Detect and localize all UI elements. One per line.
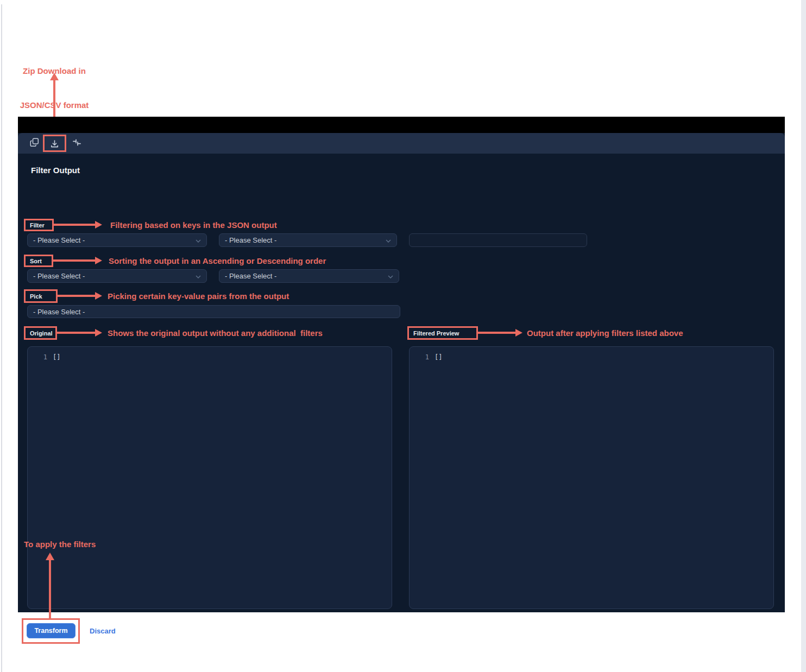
select-value: - Please Select -: [33, 236, 85, 244]
toolbar: [18, 133, 785, 154]
arrowhead-up: [46, 553, 54, 560]
original-code-editor[interactable]: 1 []: [27, 346, 392, 609]
page-left-border: [1, 4, 2, 672]
arrowhead-up: [50, 73, 59, 80]
annotation-filter: Filtering based on keys in the JSON outp…: [110, 219, 277, 231]
window-titlebar: [18, 117, 785, 133]
download-button[interactable]: [48, 135, 61, 155]
filter-key-select[interactable]: - Please Select -: [27, 233, 207, 247]
filter-output-panel: Filter Output Filter Filtering based on …: [18, 154, 785, 612]
collapse-icon: [72, 138, 81, 149]
annotation-pick: Picking certain key-value pairs from the…: [108, 289, 289, 303]
filter-value-input[interactable]: [409, 233, 587, 247]
arrow-line: [58, 295, 95, 297]
original-label: Original: [30, 330, 53, 337]
collapse-button[interactable]: [70, 133, 83, 154]
annotation-box-filter: Filter: [24, 219, 54, 231]
filter-label: Filter: [30, 222, 45, 229]
arrow-line: [478, 332, 515, 334]
arrowhead-right: [95, 329, 102, 337]
annotation-box-filtered-preview: Filtered Preview: [407, 326, 478, 340]
filtered-preview-label: Filtered Preview: [413, 330, 459, 337]
arrowhead-right: [95, 221, 102, 229]
arrowhead-right: [515, 329, 522, 337]
annotation-filtered-preview: Output after applying filters listed abo…: [527, 326, 683, 340]
code-line: 1 []: [410, 347, 773, 361]
annotation-arrow-apply: [46, 553, 54, 618]
sort-key-select[interactable]: - Please Select -: [27, 269, 207, 283]
copy-icon: [30, 138, 39, 149]
sort-label: Sort: [30, 258, 42, 264]
download-icon: [50, 140, 59, 151]
filtered-preview-code-editor[interactable]: 1 []: [409, 346, 774, 609]
discard-link[interactable]: Discard: [90, 623, 116, 638]
code-text: []: [429, 353, 442, 361]
arrow-line: [54, 224, 95, 226]
annotation-apply: To apply the filters: [24, 540, 96, 549]
annotation-arrow-original: [57, 329, 102, 337]
annotation-arrow-pick: [58, 292, 102, 300]
arrowhead-right: [95, 292, 102, 300]
code-text: []: [47, 353, 60, 361]
arrow-line: [49, 560, 51, 618]
scrollbar-track[interactable]: [801, 0, 806, 672]
line-number: 1: [410, 353, 429, 361]
chevron-down-icon: [386, 236, 391, 244]
code-line: 1 []: [28, 347, 392, 361]
annotation-box-pick: Pick: [24, 289, 58, 303]
annotation-arrow-sort: [53, 257, 102, 264]
chevron-down-icon: [196, 236, 201, 244]
annotation-box-download: [43, 135, 66, 152]
arrowhead-right: [95, 257, 102, 264]
chevron-down-icon: [388, 272, 393, 280]
select-value: - Please Select -: [225, 236, 276, 244]
annotation-arrow-filter: [54, 221, 102, 229]
chevron-down-icon: [196, 272, 201, 280]
copy-button[interactable]: [28, 133, 41, 154]
select-value: - Please Select -: [33, 272, 85, 280]
transform-button[interactable]: Transform: [27, 623, 75, 638]
sort-order-select[interactable]: - Please Select -: [219, 269, 399, 283]
pick-keys-select[interactable]: - Please Select -: [27, 305, 400, 318]
app-window: Filter Output Filter Filtering based on …: [18, 117, 785, 612]
select-value: - Please Select -: [225, 272, 276, 280]
annotation-box-sort: Sort: [24, 255, 53, 267]
line-number: 1: [28, 353, 47, 361]
annotation-arrow-filtered-preview: [478, 329, 522, 337]
page-title: Filter Output: [31, 166, 80, 175]
pick-label: Pick: [30, 293, 42, 300]
select-value: - Please Select -: [33, 308, 85, 316]
annotation-original: Shows the original output without any ad…: [108, 326, 323, 340]
arrow-line: [53, 259, 95, 262]
filter-operator-select[interactable]: - Please Select -: [219, 233, 397, 247]
arrow-line: [57, 332, 95, 334]
annotation-box-original: Original: [24, 326, 57, 340]
annotation-sort: Sorting the output in an Ascending or De…: [109, 255, 326, 267]
